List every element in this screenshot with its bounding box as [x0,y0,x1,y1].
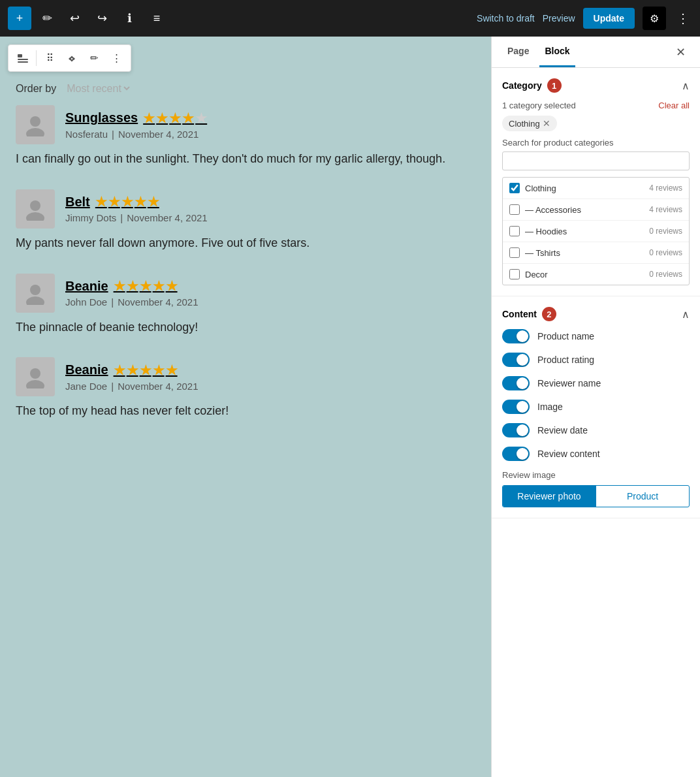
search-categories-label: Search for product categories [502,138,690,148]
toggle-review-content: Review content [502,447,690,461]
svg-point-4 [26,128,44,136]
clear-all-button[interactable]: Clear all [658,101,690,110]
tab-block[interactable]: Block [539,37,575,67]
tab-page[interactable]: Page [502,37,534,67]
section-title-row: Content 2 [502,307,556,321]
product-rating-toggle[interactable] [502,353,530,367]
category-name: — Hoodies [525,227,567,236]
review-meta: Belt ★ ★ ★ ★ ★ Jimmy Dots|November 4, 20… [65,194,208,223]
reviewer-date: Jimmy Dots|November 4, 2021 [65,212,208,223]
reviewer-photo-button[interactable]: Reviewer photo [503,486,596,507]
list-item: Decor 0 reviews [503,264,689,285]
review-text: The pinnacle of beanie technology! [16,318,475,337]
review-item: Sunglasses ★ ★ ★ ★ ★ Nosferatu|November … [16,105,475,168]
review-meta: Beanie ★ ★ ★ ★ ★ John Doe|November 4, 20… [65,278,199,308]
svg-point-5 [30,200,40,211]
product-button[interactable]: Product [596,486,689,507]
topbar-right: Switch to draft Preview Update ⚙ ⋮ [477,7,692,30]
product-name: Belt ★ ★ ★ ★ ★ [65,194,208,210]
hoodies-checkbox[interactable] [509,226,520,236]
clothing-checkbox[interactable] [509,183,520,193]
left-panel: ⠿ ✏ ⋮ Order by Most recent [0,37,491,777]
settings-button[interactable]: ⚙ [643,7,666,30]
preview-button[interactable]: Preview [543,13,575,24]
review-meta: Beanie ★ ★ ★ ★ ★ Jane Doe|November 4, 20… [65,362,199,392]
section-title-row: Category 1 [502,78,562,93]
search-categories-input[interactable] [502,151,690,170]
block-toolbar: ⠿ ✏ ⋮ [8,44,131,72]
review-meta: Sunglasses ★ ★ ★ ★ ★ Nosferatu|November … [65,110,207,140]
block-more-button[interactable]: ⋮ [106,48,127,69]
review-image-button-group: Reviewer photo Product [502,485,690,507]
category-selected-row: 1 category selected Clear all [502,101,690,110]
block-type-button[interactable] [12,48,33,69]
reviews-count: 4 reviews [649,183,682,193]
review-text: My pants never fall down anymore. Five o… [16,234,475,253]
move-up-down-button[interactable] [61,48,82,69]
add-block-button[interactable]: + [8,7,31,30]
category-collapse-button[interactable]: ∧ [682,80,690,92]
undo-button[interactable]: ↩ [63,7,86,30]
content-section-title: Content [502,309,537,319]
list-item: — Tshirts 0 reviews [503,242,689,264]
image-toggle[interactable] [502,400,530,414]
drag-handle-button[interactable]: ⠿ [39,48,60,69]
toggle-product-name: Product name [502,329,690,343]
edit-button[interactable]: ✏ [35,7,59,30]
topbar: + ✏ ↩ ↪ ℹ ≡ Switch to draft Preview Upda… [0,0,700,37]
edit-block-button[interactable]: ✏ [84,48,104,69]
topbar-left: + ✏ ↩ ↪ ℹ ≡ [8,7,168,30]
panel-header: Page Block ✕ [492,37,700,68]
avatar [16,189,55,229]
accessories-checkbox[interactable] [509,204,520,215]
list-item: — Hoodies 0 reviews [503,221,689,242]
review-text: I can finally go out in the sunlight. Th… [16,150,475,168]
product-name: Beanie ★ ★ ★ ★ ★ [65,278,199,294]
tshirts-checkbox[interactable] [509,247,520,258]
toggle-list: Product name Product rating Reviewer nam… [502,329,690,461]
avatar [16,274,55,313]
list-view-button[interactable]: ≡ [145,7,168,30]
toggle-image: Image [502,400,690,414]
checkbox-item-left: — Hoodies [509,226,567,236]
update-button[interactable]: Update [583,8,635,29]
review-item: Beanie ★ ★ ★ ★ ★ Jane Doe|November 4, 20… [16,357,475,420]
review-text: The top of my head has never felt cozier… [16,402,475,420]
chip-remove-button[interactable]: ✕ [543,118,550,129]
redo-button[interactable]: ↪ [90,7,114,30]
review-content-toggle[interactable] [502,447,530,461]
checkbox-item-left: — Tshirts [509,247,560,258]
reviews-count: 4 reviews [649,205,682,214]
category-section-title: Category [502,80,542,91]
review-date-toggle[interactable] [502,423,530,437]
content-badge: 2 [542,307,556,321]
review-item: Belt ★ ★ ★ ★ ★ Jimmy Dots|November 4, 20… [16,189,475,253]
svg-point-10 [26,380,44,388]
svg-rect-2 [18,61,28,63]
more-options-button[interactable]: ⋮ [674,7,692,30]
reviews-count: 0 reviews [649,227,682,236]
product-name-toggle[interactable] [502,329,530,343]
panel-close-button[interactable]: ✕ [671,43,690,61]
reviewer-name-toggle[interactable] [502,376,530,390]
product-name: Sunglasses ★ ★ ★ ★ ★ [65,110,207,126]
review-item: Beanie ★ ★ ★ ★ ★ John Doe|November 4, 20… [16,274,475,337]
section-header: Category 1 ∧ [502,78,690,93]
review-header: Sunglasses ★ ★ ★ ★ ★ Nosferatu|November … [16,105,475,144]
switch-to-draft-button[interactable]: Switch to draft [477,13,535,24]
checkbox-item-left: Decor [509,269,548,279]
decor-checkbox[interactable] [509,269,520,279]
order-by-select[interactable]: Most recent [64,82,132,95]
svg-rect-1 [18,59,28,60]
checkbox-item-left: Clothing [509,183,556,193]
avatar [16,357,55,396]
content-collapse-button[interactable]: ∧ [682,308,690,321]
toggle-review-date: Review date [502,423,690,437]
order-bar: Order by Most recent [0,72,491,100]
product-name: Beanie ★ ★ ★ ★ ★ [65,362,199,378]
reviews-container: Sunglasses ★ ★ ★ ★ ★ Nosferatu|November … [0,100,491,457]
review-image-label: Review image [502,470,690,480]
order-by-label: Order by [16,83,56,95]
info-button[interactable]: ℹ [118,7,141,30]
toggle-label: Product rating [537,355,594,365]
